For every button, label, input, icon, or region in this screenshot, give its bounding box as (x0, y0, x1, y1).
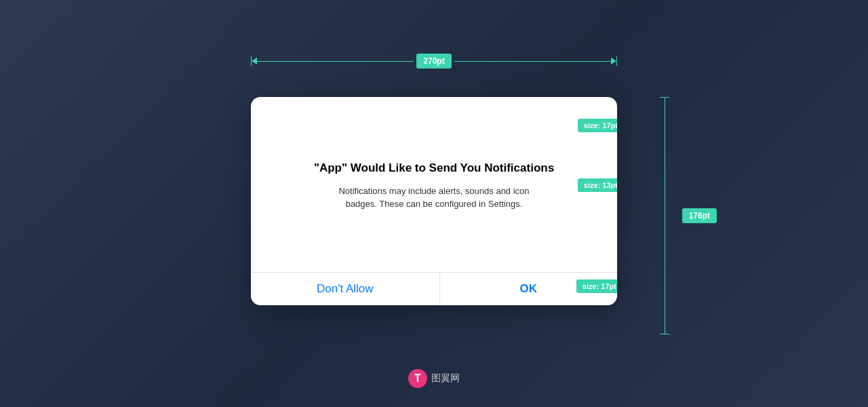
height-label: 176pt (682, 208, 717, 223)
tick-right (616, 56, 617, 66)
watermark-text: 图翼网 (431, 372, 460, 385)
badge-message-size: size: 13pt (578, 178, 617, 192)
arrow-right (611, 58, 616, 64)
height-measurement: 176pt (660, 97, 669, 334)
dialog-body: "App" Would Like to Send You Notificatio… (251, 97, 617, 272)
measure-line (454, 61, 611, 62)
badge-title-size: size: 17pt (578, 119, 617, 132)
width-measurement: 270pt (251, 54, 617, 69)
watermark-icon: T (408, 369, 427, 388)
canvas: 270pt 176pt "App" Would Like to Send You… (0, 0, 868, 407)
measure-line-v (665, 98, 665, 334)
measure-line (257, 61, 414, 62)
arrow-left (252, 58, 257, 64)
dialog-title: "App" Would Like to Send You Notificatio… (314, 161, 554, 176)
width-label: 270pt (416, 54, 451, 69)
tick-bottom (660, 334, 669, 334)
dont-allow-button[interactable]: Don't Allow (251, 273, 440, 305)
dialog-message: Notifications may include alerts, sounds… (326, 185, 542, 211)
notification-dialog: "App" Would Like to Send You Notificatio… (251, 97, 617, 305)
watermark: T 图翼网 (408, 369, 460, 388)
badge-button-size: size: 17pt (576, 279, 617, 293)
dialog-footer: Don't Allow OK size: 17pt (251, 272, 617, 305)
